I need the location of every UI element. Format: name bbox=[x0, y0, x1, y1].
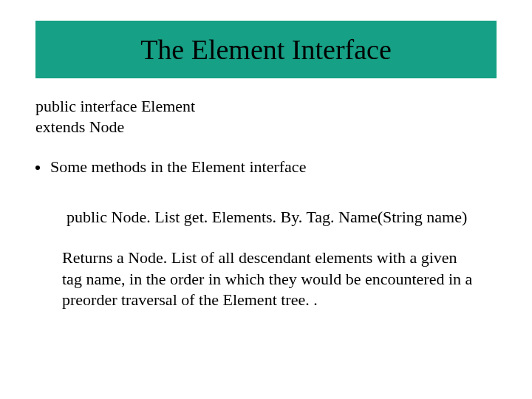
bullet-text: Some methods in the Element interface bbox=[50, 157, 306, 177]
method-signature: public Node. List get. Elements. By. Tag… bbox=[66, 208, 497, 227]
declaration-line-1: public interface Element bbox=[35, 96, 497, 117]
slide: The Element Interface public interface E… bbox=[0, 0, 532, 399]
declaration-line-2: extends Node bbox=[35, 117, 497, 137]
method-description: Returns a Node. List of all descendant e… bbox=[62, 248, 476, 311]
bullet-dot-icon bbox=[35, 166, 40, 170]
slide-title: The Element Interface bbox=[140, 33, 392, 66]
interface-declaration: public interface Element extends Node bbox=[35, 96, 497, 137]
title-band: The Element Interface bbox=[35, 21, 497, 78]
bullet-item: Some methods in the Element interface bbox=[35, 157, 497, 177]
